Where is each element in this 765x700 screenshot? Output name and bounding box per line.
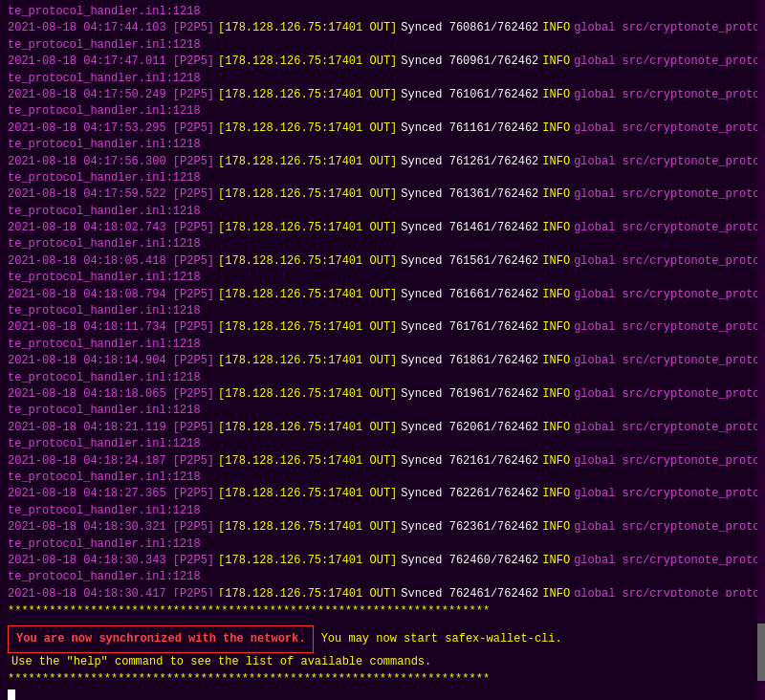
log-line: 2021-08-18 04:18:18.065 [P2P5][178.128.1… [8, 386, 761, 403]
log-ip: [178.128.126.75:17401 OUT] [218, 386, 397, 403]
log-handler-line: te_protocol_handler.inl:1218 [8, 170, 761, 186]
log-handler-line: te_protocol_handler.inl:1218 [8, 536, 761, 553]
log-synced: Synced 761961/762462 [401, 386, 538, 403]
log-timestamp: 2021-08-18 04:17:50.249 [P2P5] [8, 87, 214, 103]
log-synced: Synced 760861/762462 [401, 20, 538, 36]
log-info-label: INFO [542, 519, 570, 536]
log-info-label: INFO [542, 586, 570, 597]
log-info-label: INFO [542, 87, 570, 103]
cursor [8, 689, 15, 700]
log-ip: [178.128.126.75:17401 OUT] [218, 453, 397, 470]
log-info-label: INFO [542, 453, 570, 470]
log-timestamp: 2021-08-18 04:18:30.417 [P2P5] [8, 586, 214, 597]
log-line: 2021-08-18 04:18:24.187 [P2P5][178.128.1… [8, 453, 761, 470]
log-timestamp: 2021-08-18 04:18:11.734 [P2P5] [8, 319, 214, 336]
log-synced: Synced 761461/762462 [401, 220, 538, 236]
log-line: 2021-08-18 04:17:47.011 [P2P5][178.128.1… [8, 54, 761, 70]
log-line: 2021-08-18 04:17:56.300 [P2P5][178.128.1… [8, 154, 761, 170]
sync-message-highlight: You are now synchronized with the networ… [16, 632, 305, 645]
log-line: 2021-08-18 04:18:08.794 [P2P5][178.128.1… [8, 287, 761, 303]
log-timestamp: 2021-08-18 04:18:30.343 [P2P5] [8, 553, 214, 569]
log-ip: [178.128.126.75:17401 OUT] [218, 586, 397, 597]
log-synced: Synced 760961/762462 [401, 54, 538, 70]
log-synced: Synced 762161/762462 [401, 453, 538, 470]
log-detail: global src/cryptonote_protocol/cryptono [574, 120, 761, 137]
log-line: 2021-08-18 04:18:02.743 [P2P5][178.128.1… [8, 220, 761, 236]
log-detail: global src/cryptonote_protocol/cryptono [574, 87, 761, 103]
log-timestamp: 2021-08-18 04:17:47.011 [P2P5] [8, 54, 214, 70]
cursor-line [8, 689, 761, 700]
log-ip: [178.128.126.75:17401 OUT] [218, 519, 397, 536]
log-detail: global src/cryptonote_protocol/cryptono [574, 253, 761, 270]
log-synced: Synced 761761/762462 [401, 319, 538, 336]
log-ip: [178.128.126.75:17401 OUT] [218, 186, 397, 203]
log-handler-line: te_protocol_handler.inl:1218 [8, 370, 761, 386]
log-ip: [178.128.126.75:17401 OUT] [218, 154, 397, 170]
log-ip: [178.128.126.75:17401 OUT] [218, 486, 397, 502]
log-line: 2021-08-18 04:17:53.295 [P2P5][178.128.1… [8, 120, 761, 137]
log-ip: [178.128.126.75:17401 OUT] [218, 420, 397, 436]
log-info-label: INFO [542, 319, 570, 336]
log-timestamp: 2021-08-18 04:18:02.743 [P2P5] [8, 220, 214, 236]
log-detail: global src/cryptonote_protocol/cryptono [574, 486, 761, 502]
log-ip: [178.128.126.75:17401 OUT] [218, 220, 397, 236]
log-ip: [178.128.126.75:17401 OUT] [218, 20, 397, 36]
stars-bottom: ****************************************… [8, 670, 761, 688]
sync-notification-line: You are now synchronized with the networ… [8, 620, 761, 653]
help-message: Use the "help" command to see the list o… [11, 653, 761, 670]
log-timestamp: 2021-08-18 04:17:56.300 [P2P5] [8, 154, 214, 170]
log-synced: Synced 761261/762462 [401, 154, 538, 170]
log-synced: Synced 761361/762462 [401, 186, 538, 203]
log-handler-line: te_protocol_handler.inl:1218 [8, 303, 761, 319]
log-detail: global src/cryptonote_protocol/cryptono [574, 186, 761, 203]
log-synced: Synced 761161/762462 [401, 120, 538, 137]
log-line: 2021-08-18 04:18:30.321 [P2P5][178.128.1… [8, 519, 761, 536]
log-ip: [178.128.126.75:17401 OUT] [218, 287, 397, 303]
log-timestamp: 2021-08-18 04:17:53.295 [P2P5] [8, 120, 214, 137]
log-line: 2021-08-18 04:17:50.249 [P2P5][178.128.1… [8, 87, 761, 103]
log-line: 2021-08-18 04:18:14.904 [P2P5][178.128.1… [8, 353, 761, 369]
log-detail: global src/cryptonote_protocol/cryptono [574, 453, 761, 470]
log-timestamp: 2021-08-18 04:18:21.119 [P2P5] [8, 420, 214, 436]
log-line: 2021-08-18 04:18:21.119 [P2P5][178.128.1… [8, 420, 761, 436]
log-ip: [178.128.126.75:17401 OUT] [218, 87, 397, 103]
log-timestamp: 2021-08-18 04:18:14.904 [P2P5] [8, 353, 214, 369]
log-info-label: INFO [542, 154, 570, 170]
log-handler-line: te_protocol_handler.inl:1218 [8, 137, 761, 153]
log-timestamp: 2021-08-18 04:18:05.418 [P2P5] [8, 253, 214, 270]
log-synced: Synced 761561/762462 [401, 253, 538, 270]
log-handler-line: te_protocol_handler.inl:1218 [8, 569, 761, 585]
log-synced: Synced 762261/762462 [401, 486, 538, 502]
log-info-label: INFO [542, 420, 570, 436]
log-line: 2021-08-18 04:18:05.418 [P2P5][178.128.1… [8, 253, 761, 270]
log-handler-line: te_protocol_handler.inl:1218 [8, 403, 761, 419]
scrollbar[interactable] [757, 0, 765, 700]
log-ip: [178.128.126.75:17401 OUT] [218, 253, 397, 270]
log-info-label: INFO [542, 186, 570, 203]
log-timestamp: 2021-08-18 04:18:30.321 [P2P5] [8, 519, 214, 536]
log-timestamp: 2021-08-18 04:17:44.103 [P2P5] [8, 20, 214, 36]
log-synced: Synced 762461/762462 [401, 586, 538, 597]
log-ip: [178.128.126.75:17401 OUT] [218, 353, 397, 369]
log-ip: [178.128.126.75:17401 OUT] [218, 553, 397, 569]
sync-box: You are now synchronized with the networ… [8, 625, 314, 653]
log-info-label: INFO [542, 253, 570, 270]
log-handler-line: te_protocol_handler.inl:1218 [8, 236, 761, 252]
scrollbar-thumb[interactable] [757, 623, 765, 681]
log-info-label: INFO [542, 553, 570, 569]
stars-top: ****************************************… [8, 602, 761, 620]
log-info-label: INFO [542, 486, 570, 502]
log-handler-line: te_protocol_handler.inl:1218 [8, 4, 761, 20]
log-detail: global src/cryptonote_protocol/cryptono [574, 287, 761, 303]
log-detail: global src/cryptonote_protocol/cryptono [574, 154, 761, 170]
notification-area: ****************************************… [8, 601, 761, 700]
log-info-label: INFO [542, 20, 570, 36]
log-synced: Synced 762361/762462 [401, 519, 538, 536]
log-detail: global src/cryptonote_protocol/cryptono [574, 553, 761, 569]
log-synced: Synced 761661/762462 [401, 287, 538, 303]
log-info-label: INFO [542, 386, 570, 403]
log-timestamp: 2021-08-18 04:18:24.187 [P2P5] [8, 453, 214, 470]
log-handler-line: te_protocol_handler.inl:1218 [8, 470, 761, 486]
log-synced: Synced 762460/762462 [401, 553, 538, 569]
log-ip: [178.128.126.75:17401 OUT] [218, 120, 397, 137]
